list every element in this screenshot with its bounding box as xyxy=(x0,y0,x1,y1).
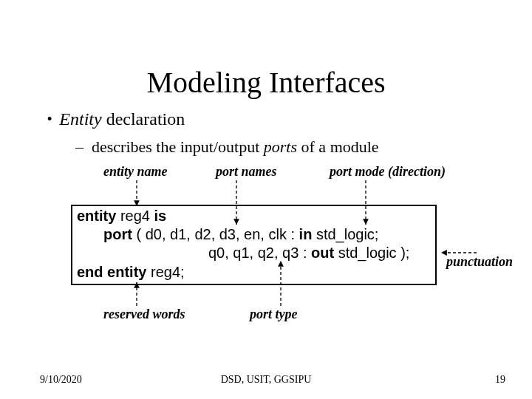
bullet1-rest: declaration xyxy=(102,109,185,129)
footer-center: DSD, USIT, GGSIPU xyxy=(0,374,532,386)
bullet2-emph: ports xyxy=(264,137,297,156)
bullet-level2: – describes the input/output ports of a … xyxy=(75,137,379,157)
code-line-2: port ( d0, d1, d2, d3, en, clk : in std_… xyxy=(103,226,378,243)
slide-title: Modeling Interfaces xyxy=(0,65,532,100)
bullet2-post: of a module xyxy=(297,137,379,156)
label-port-names: port names xyxy=(216,164,277,180)
bullet2-pre: describes the input/output xyxy=(92,137,264,156)
bullet-level1: • Entity declaration xyxy=(47,109,185,129)
code-line-4: end entity reg4; xyxy=(77,264,185,281)
annotation-arrows xyxy=(0,0,532,399)
code-line-1: entity reg4 is xyxy=(77,208,166,225)
label-port-type: port type xyxy=(250,307,298,322)
footer-page-number: 19 xyxy=(495,374,505,386)
label-port-mode: port mode (direction) xyxy=(330,164,446,180)
bullet-dot-icon: • xyxy=(47,112,59,126)
code-line-3: q0, q1, q2, q3 : out std_logic ); xyxy=(208,245,409,262)
bullet1-emph: Entity xyxy=(59,109,101,129)
slide: Modeling Interfaces • Entity declaration… xyxy=(0,0,532,399)
label-punctuation: punctuation xyxy=(446,254,513,270)
label-entity-name: entity name xyxy=(103,164,168,180)
label-reserved-words: reserved words xyxy=(103,307,185,322)
